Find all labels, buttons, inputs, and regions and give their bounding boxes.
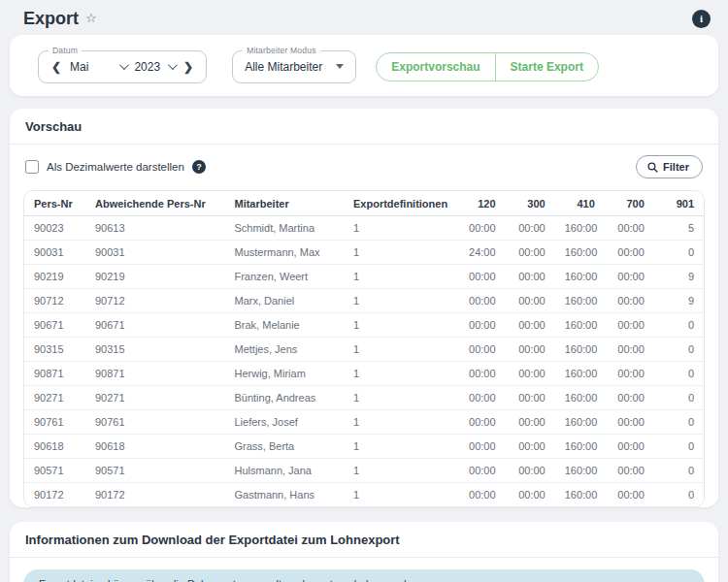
start-export-button[interactable]: Starte Export	[496, 53, 598, 81]
preview-table-wrapper: Pers-NrAbweichende Pers-NrMitarbeiterExp…	[23, 190, 705, 507]
table-cell: 90618	[24, 435, 85, 459]
table-row: 9067190671Brak, Melanie100:0000:00160:00…	[24, 313, 704, 338]
table-cell: 160:00	[555, 459, 605, 483]
date-picker[interactable]: Datum ❮ Mai 2023 ❯	[38, 50, 207, 83]
table-cell: Bünting, Andreas	[224, 386, 344, 410]
table-cell: 00:00	[455, 483, 505, 507]
table-cell: 00:00	[506, 362, 555, 386]
table-cell: 00:00	[605, 216, 654, 241]
decimal-toggle: Als Dezimalwerte darstellen ?	[25, 160, 206, 174]
year-dropdown-icon[interactable]	[168, 60, 178, 70]
download-info-title: Informationen zum Download der Exportdat…	[10, 522, 718, 558]
table-cell: 00:00	[455, 459, 505, 483]
table-cell: 160:00	[555, 289, 605, 313]
export-preview-button[interactable]: Exportvorschau	[377, 53, 495, 81]
page-header: Export ☆ i	[0, 0, 728, 35]
previous-month-icon[interactable]: ❮	[50, 61, 62, 73]
table-cell: 24:00	[455, 241, 505, 265]
table-cell: 9	[654, 265, 704, 289]
next-month-icon[interactable]: ❯	[182, 61, 194, 73]
table-cell: 00:00	[605, 265, 654, 289]
table-cell: Marx, Daniel	[224, 289, 344, 313]
download-info-banner: Exportdateien können über die Dokumenten…	[23, 569, 705, 582]
table-cell: 90613	[85, 216, 225, 241]
preview-section: Vorschau Als Dezimalwerte darstellen ? F…	[10, 109, 718, 507]
table-cell: 00:00	[455, 313, 505, 338]
table-cell: Liefers, Josef	[224, 410, 344, 435]
table-cell: Schmidt, Martina	[224, 216, 344, 241]
favorite-star-icon[interactable]: ☆	[85, 11, 97, 25]
page-info-icon[interactable]: i	[692, 10, 711, 28]
table-row: 9021990219Franzen, Weert100:0000:00160:0…	[24, 265, 704, 289]
employee-mode-select[interactable]: Mitarbeiter Modus Alle Mitarbeiter	[232, 50, 356, 83]
table-cell: 00:00	[506, 410, 555, 435]
filter-button[interactable]: Filter	[636, 155, 703, 178]
table-cell: 0	[654, 338, 704, 362]
table-cell: 00:00	[506, 265, 555, 289]
month-value[interactable]: Mai	[70, 60, 88, 74]
table-cell: 160:00	[555, 386, 605, 410]
table-cell: 160:00	[555, 216, 605, 241]
table-cell: 00:00	[605, 338, 654, 362]
table-cell: Hulsmann, Jana	[224, 459, 344, 483]
page-title: Export ☆	[23, 9, 97, 29]
table-cell: 1	[344, 435, 455, 459]
table-header-row: Pers-NrAbweichende Pers-NrMitarbeiterExp…	[24, 191, 704, 216]
table-cell: 0	[654, 435, 704, 459]
table-cell: 1	[344, 362, 455, 386]
table-cell: Mettjes, Jens	[224, 338, 344, 362]
table-row: 9027190271Bünting, Andreas100:0000:00160…	[24, 386, 704, 410]
table-cell: 00:00	[506, 483, 555, 507]
filter-button-label: Filter	[663, 161, 689, 173]
decimal-checkbox[interactable]	[25, 160, 39, 174]
table-cell: 160:00	[555, 265, 605, 289]
column-header: 410	[555, 191, 605, 216]
table-cell: 00:00	[455, 338, 505, 362]
table-cell: 90618	[85, 435, 225, 459]
table-cell: 00:00	[455, 362, 505, 386]
table-row: 9057190571Hulsmann, Jana100:0000:00160:0…	[24, 459, 704, 483]
column-header: 700	[605, 191, 654, 216]
table-cell: 0	[654, 410, 704, 435]
table-row: 9071290712Marx, Daniel100:0000:00160:000…	[24, 289, 704, 313]
table-cell: 00:00	[506, 459, 555, 483]
page-title-text: Export	[23, 9, 79, 29]
table-cell: 90031	[24, 241, 85, 265]
table-body: 9002390613Schmidt, Martina100:0000:00160…	[24, 216, 704, 507]
table-cell: Herwig, Miriam	[224, 362, 344, 386]
table-cell: 00:00	[455, 265, 505, 289]
table-cell: 00:00	[506, 386, 555, 410]
table-cell: 1	[344, 338, 455, 362]
table-cell: 00:00	[605, 410, 654, 435]
month-dropdown-icon[interactable]	[119, 60, 129, 70]
column-header: 120	[455, 191, 505, 216]
table-cell: 90271	[85, 386, 225, 410]
export-toolbar: Datum ❮ Mai 2023 ❯ Mitarbeiter Modus All…	[10, 35, 718, 96]
table-cell: 0	[654, 386, 704, 410]
table-cell: 1	[344, 313, 455, 338]
column-header: Mitarbeiter	[224, 191, 344, 216]
year-value[interactable]: 2023	[134, 60, 160, 74]
table-cell: 00:00	[605, 386, 654, 410]
preview-controls: Als Dezimalwerte darstellen ? Filter	[10, 145, 718, 186]
date-picker-label: Datum	[49, 46, 82, 55]
help-icon[interactable]: ?	[192, 160, 206, 174]
table-cell: 1	[344, 410, 455, 435]
column-header: Pers-Nr	[24, 191, 85, 216]
table-row: 9002390613Schmidt, Martina100:0000:00160…	[24, 216, 704, 241]
table-cell: 00:00	[455, 386, 505, 410]
table-cell: 1	[344, 265, 455, 289]
table-cell: 90571	[24, 459, 85, 483]
preview-table: Pers-NrAbweichende Pers-NrMitarbeiterExp…	[24, 191, 704, 506]
table-cell: Grass, Berta	[224, 435, 344, 459]
table-cell: Franzen, Weert	[224, 265, 344, 289]
table-cell: 90219	[85, 265, 225, 289]
table-cell: 160:00	[555, 313, 605, 338]
table-cell: 90219	[24, 265, 85, 289]
table-cell: 00:00	[455, 410, 505, 435]
employee-mode-label: Mitarbeiter Modus	[243, 46, 319, 55]
table-cell: 90712	[85, 289, 225, 313]
table-header: Pers-NrAbweichende Pers-NrMitarbeiterExp…	[24, 191, 704, 216]
table-cell: 00:00	[506, 435, 555, 459]
employee-mode-value: Alle Mitarbeiter	[245, 60, 322, 74]
